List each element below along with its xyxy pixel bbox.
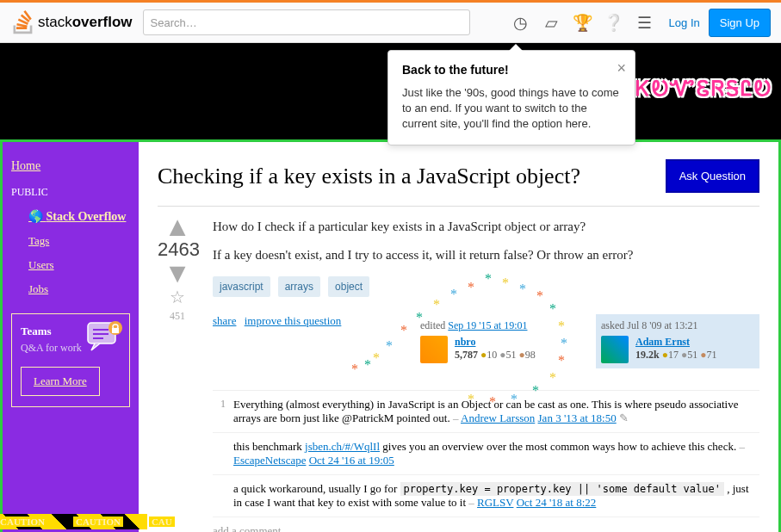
main-content: Checking if a key exists in a JavaScript… [139, 142, 778, 532]
top-header: stackoverflow Search… ◷ ▱ 🏆 ❔ ☰ Log In S… [0, 3, 781, 43]
add-comment-link[interactable]: add a comment [213, 524, 759, 532]
favorite-count: 451 [158, 310, 197, 323]
sidebar-tags[interactable]: Tags [28, 234, 130, 248]
comment: this benchmark jsben.ch/#/WqlIl gives yo… [213, 433, 759, 475]
retro-logo-text: ᏦᎧᏉᏋᏒᎦᏝᎧ [635, 77, 772, 101]
downvote-icon[interactable]: ▼ [158, 266, 197, 280]
comment: a quick workaround, usually I go for pro… [213, 475, 759, 517]
search-input[interactable]: Search… [143, 9, 470, 35]
comment-author-link[interactable]: EscapeNetscape [233, 454, 306, 467]
tooltip-title: Back to the future! [402, 63, 621, 77]
sidebar-home[interactable]: Home [11, 159, 130, 173]
comment-score [213, 440, 233, 467]
avatar[interactable] [420, 336, 448, 363]
left-sidebar: Home PUBLIC 🌎 Stack Overflow Tags Users … [3, 142, 139, 532]
tooltip-body: Just like the '90s, good things have to … [402, 85, 621, 133]
trophy-icon[interactable]: 🏆 [567, 7, 598, 38]
comment-time-link[interactable]: Oct 24 '18 at 8:22 [517, 496, 597, 509]
sidebar-public-label: PUBLIC [11, 186, 130, 199]
avatar[interactable] [601, 336, 629, 363]
comment-time-link[interactable]: Jan 3 '13 at 18:50 [538, 411, 617, 424]
asker-card: asked Jul 8 '09 at 13:21 Adam Ernst 19.2… [596, 314, 759, 368]
logo-text: stackoverflow [38, 14, 133, 31]
caution-tape: CAUTION CAUTION CAU [0, 514, 147, 529]
learn-more-button[interactable]: Learn More [21, 367, 100, 396]
share-link[interactable]: share [213, 314, 236, 327]
comment-score [213, 482, 233, 510]
tag-javascript[interactable]: javascript [213, 276, 270, 297]
back-to-future-tooltip: × Back to the future! Just like the '90s… [387, 50, 635, 145]
upvote-icon[interactable]: ▲ [158, 220, 197, 233]
so-logo[interactable]: stackoverflow [10, 10, 133, 34]
svg-rect-6 [112, 328, 119, 333]
editor-card: edited Sep 19 '15 at 19:01 nbro 5,787 ●1… [415, 314, 579, 368]
menu-icon[interactable]: ☰ [629, 7, 660, 38]
favorite-icon[interactable]: ☆ [158, 287, 197, 307]
asker-name-link[interactable]: Adam Ernst [635, 336, 690, 348]
comments-list: 1 Everything (almost everything) in Java… [213, 390, 759, 517]
editor-name-link[interactable]: nbro [455, 336, 475, 348]
retro-banner: ᏦᎧᏉᏋᏒᎦᏝᎧ × Back to the future! Just like… [0, 43, 781, 139]
comment-author-link[interactable]: Andrew Larsson [461, 411, 535, 424]
edit-time-link[interactable]: Sep 19 '15 at 19:01 [448, 319, 527, 331]
close-icon[interactable]: × [617, 59, 626, 77]
question-paragraph: How do I check if a particular key exist… [213, 220, 759, 234]
inbox-icon[interactable]: ▱ [536, 7, 567, 38]
tag-object[interactable]: object [328, 276, 369, 297]
comment-time-link[interactable]: Oct 24 '16 at 19:05 [309, 454, 394, 467]
sidebar-jobs[interactable]: Jobs [28, 282, 130, 296]
sidebar-users[interactable]: Users [28, 258, 130, 272]
tag-list: javascript arrays object [213, 276, 759, 297]
action-links: share improve this question [213, 314, 346, 328]
login-link[interactable]: Log In [669, 16, 700, 29]
teams-box: Teams Q&A for work Learn More [11, 313, 130, 407]
question-paragraph: If a key doesn't exist, and I try to acc… [213, 248, 759, 263]
benchmark-link[interactable]: jsben.ch/#/WqlIl [305, 440, 380, 453]
teams-chat-icon [86, 319, 124, 354]
edit-icon[interactable]: ✎ [619, 411, 629, 424]
comment-author-link[interactable]: RGLSV [477, 496, 513, 509]
comment-score: 1 [213, 398, 233, 425]
tag-arrays[interactable]: arrays [278, 276, 320, 297]
improve-link[interactable]: improve this question [245, 314, 342, 327]
help-icon[interactable]: ❔ [598, 7, 629, 38]
ask-question-button[interactable]: Ask Question [666, 159, 759, 193]
comment: 1 Everything (almost everything) in Java… [213, 391, 759, 433]
question-title: Checking if a key exists in a JavaScript… [158, 164, 650, 189]
signup-button[interactable]: Sign Up [709, 9, 771, 37]
vote-column: ▲ 2463 ▼ ☆ 451 [158, 220, 197, 532]
recent-icon[interactable]: ◷ [505, 7, 536, 38]
sidebar-stackoverflow[interactable]: 🌎 Stack Overflow [28, 209, 130, 224]
so-logo-icon [10, 10, 34, 34]
